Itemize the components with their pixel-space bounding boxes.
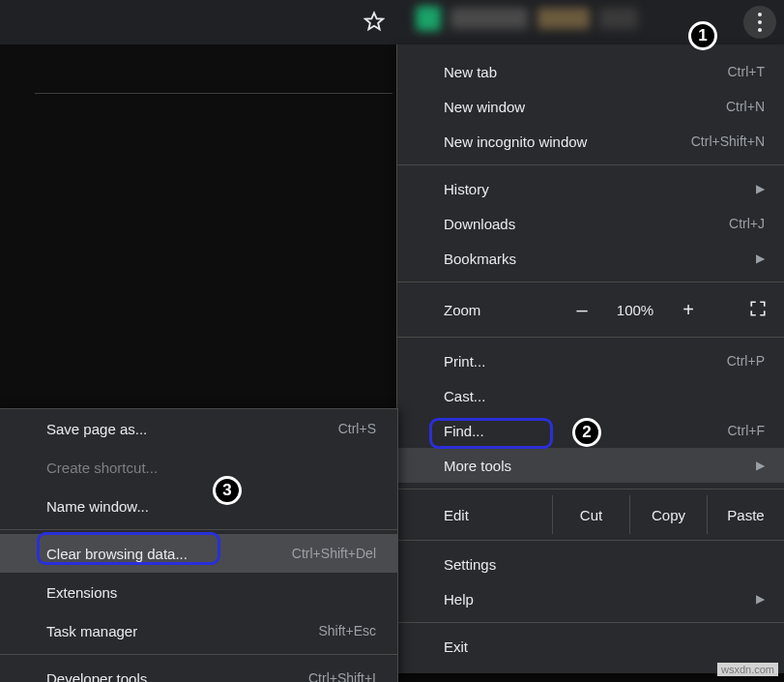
submenu-separator <box>0 529 397 530</box>
zoom-percent: 100% <box>604 302 666 318</box>
menu-help[interactable]: Help ▶ <box>397 581 784 616</box>
edit-cut-button[interactable]: Cut <box>552 495 629 534</box>
submenu-shortcut: Ctrl+Shift+Del <box>292 546 376 561</box>
chevron-right-icon: ▶ <box>756 459 765 472</box>
menu-shortcut: Ctrl+J <box>729 216 765 231</box>
menu-shortcut: Ctrl+F <box>728 423 766 438</box>
menu-label: Zoom <box>444 302 560 318</box>
submenu-label: Extensions <box>46 584 117 601</box>
menu-label: More tools <box>444 458 511 474</box>
chevron-right-icon: ▶ <box>756 252 765 265</box>
submenu-shortcut: Ctrl+Shift+I <box>308 670 376 682</box>
zoom-in-button[interactable]: + <box>666 299 711 321</box>
menu-shortcut: Ctrl+Shift+N <box>691 133 765 149</box>
step-badge-2: 2 <box>572 418 601 447</box>
menu-shortcut: Ctrl+P <box>727 353 765 369</box>
menu-bookmarks[interactable]: Bookmarks ▶ <box>397 241 784 276</box>
menu-edit-row: Edit Cut Copy Paste <box>397 495 784 534</box>
submenu-label: Developer tools <box>46 670 147 683</box>
edit-paste-button[interactable]: Paste <box>707 495 784 534</box>
submenu-label: Clear browsing data... <box>46 546 188 562</box>
svg-marker-0 <box>365 13 383 29</box>
step-badge-1: 1 <box>688 21 717 50</box>
watermark: wsxdn.com <box>717 663 778 676</box>
menu-print[interactable]: Print... Ctrl+P <box>397 343 784 378</box>
step-badge-3: 3 <box>213 476 242 505</box>
edit-copy-button[interactable]: Copy <box>629 495 707 534</box>
menu-separator <box>397 282 784 282</box>
fullscreen-icon[interactable] <box>749 300 767 320</box>
menu-label: Settings <box>444 556 496 573</box>
submenu-shortcut: Ctrl+S <box>338 421 376 436</box>
menu-label: Print... <box>444 353 485 370</box>
submenu-developer-tools[interactable]: Developer tools Ctrl+Shift+I <box>0 659 397 682</box>
address-bar <box>0 0 396 44</box>
submenu-label: Save page as... <box>46 421 147 437</box>
menu-separator <box>397 622 784 623</box>
menu-label: Exit <box>444 638 468 655</box>
submenu-task-manager[interactable]: Task manager Shift+Esc <box>0 611 397 650</box>
menu-zoom-row: Zoom – 100% + <box>397 288 784 331</box>
menu-label: Find... <box>444 423 484 439</box>
submenu-save-page[interactable]: Save page as... Ctrl+S <box>0 409 397 448</box>
more-vert-icon <box>758 11 762 34</box>
menu-label: Edit <box>444 507 552 523</box>
chrome-menu-button[interactable] <box>743 6 776 39</box>
menu-shortcut: Ctrl+N <box>726 99 765 114</box>
menu-separator <box>397 337 784 338</box>
menu-new-window[interactable]: New window Ctrl+N <box>397 89 784 124</box>
submenu-shortcut: Shift+Esc <box>318 623 376 638</box>
star-icon[interactable] <box>363 11 385 35</box>
menu-label: New tab <box>444 64 497 80</box>
menu-downloads[interactable]: Downloads Ctrl+J <box>397 206 784 241</box>
toolbar-blurred-area <box>416 6 725 37</box>
submenu-name-window[interactable]: Name window... <box>0 487 397 525</box>
menu-label: History <box>444 181 489 197</box>
menu-label: Bookmarks <box>444 251 516 267</box>
menu-separator <box>397 540 784 541</box>
menu-exit[interactable]: Exit <box>397 629 784 664</box>
menu-label: New window <box>444 99 525 115</box>
zoom-out-button[interactable]: – <box>560 299 604 321</box>
chrome-main-menu: New tab Ctrl+T New window Ctrl+N New inc… <box>396 44 784 673</box>
menu-cast[interactable]: Cast... <box>397 378 784 413</box>
chevron-right-icon: ▶ <box>756 592 765 606</box>
chevron-right-icon: ▶ <box>756 182 765 195</box>
menu-label: Cast... <box>444 388 485 404</box>
submenu-label: Create shortcut... <box>46 460 158 476</box>
submenu-separator <box>0 654 397 655</box>
menu-settings[interactable]: Settings <box>397 547 784 581</box>
more-tools-submenu: Save page as... Ctrl+S Create shortcut..… <box>0 408 398 682</box>
menu-new-incognito[interactable]: New incognito window Ctrl+Shift+N <box>397 124 784 159</box>
submenu-clear-browsing-data[interactable]: Clear browsing data... Ctrl+Shift+Del <box>0 534 397 573</box>
menu-separator <box>397 164 784 165</box>
menu-label: Help <box>444 591 474 608</box>
submenu-extensions[interactable]: Extensions <box>0 573 397 611</box>
submenu-label: Name window... <box>46 498 149 515</box>
menu-separator <box>397 489 784 489</box>
submenu-create-shortcut: Create shortcut... <box>0 448 397 487</box>
menu-label: Downloads <box>444 216 515 232</box>
submenu-label: Task manager <box>46 623 137 639</box>
menu-more-tools[interactable]: More tools ▶ <box>397 448 784 483</box>
menu-new-tab[interactable]: New tab Ctrl+T <box>397 54 784 89</box>
menu-shortcut: Ctrl+T <box>728 64 766 79</box>
page-divider <box>35 93 392 94</box>
menu-label: New incognito window <box>444 133 587 150</box>
menu-history[interactable]: History ▶ <box>397 171 784 206</box>
